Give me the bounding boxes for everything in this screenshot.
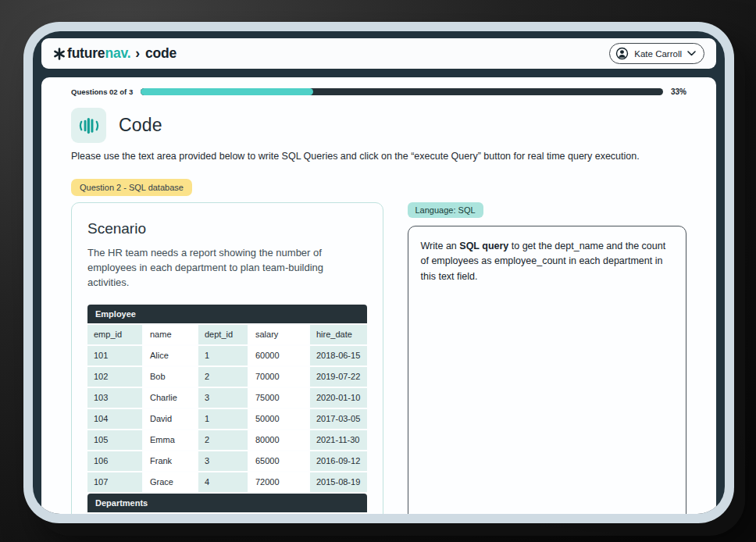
table-row-cell: 3: [198, 451, 248, 471]
table-row-cell: 2015-08-19: [310, 472, 367, 492]
progress-section: Questions 02 of 3 33%: [71, 87, 686, 96]
table-row-cell: 60000: [249, 346, 308, 365]
table-row-cell: Emma: [144, 430, 197, 450]
question-badge: Question 2 - SQL database: [71, 179, 192, 196]
table-row-cell: 1: [198, 409, 248, 429]
brand-prefix: future: [67, 45, 105, 62]
scenario-card: Scenario The HR team needs a report show…: [71, 202, 383, 514]
brand-accent: nav.: [105, 45, 130, 62]
table-row-cell: 3: [198, 388, 248, 408]
table-grid: emp_idnamedept_idsalaryhire_date101Alice…: [87, 325, 367, 492]
table-header-cell: hire_date: [310, 325, 367, 344]
table-row-cell: Frank: [144, 451, 197, 471]
device-frame: futurenav. › code Kate Carroll Quest: [23, 22, 734, 523]
breadcrumb-separator: ›: [135, 45, 140, 62]
content-panel: Questions 02 of 3 33%: [41, 77, 716, 514]
progress-bar-fill: [141, 88, 313, 95]
user-menu-button[interactable]: Kate Carroll: [609, 43, 704, 64]
table-row-cell: 106: [87, 451, 142, 471]
scenario-title: Scenario: [87, 220, 367, 237]
table-row-cell: 104: [87, 409, 142, 429]
table-row-cell: 2021-11-30: [310, 430, 367, 450]
user-name: Kate Carroll: [634, 49, 682, 59]
table-row-cell: 107: [87, 472, 142, 492]
two-column-layout: Scenario The HR team needs a report show…: [71, 202, 686, 514]
chevron-down-icon: [687, 51, 696, 56]
table-row-cell: Grace: [144, 472, 197, 492]
table-row-cell: 1: [198, 346, 248, 365]
table-row-cell: Alice: [144, 346, 197, 365]
table-row-cell: 2016-09-12: [310, 451, 367, 471]
table-title: Departments: [87, 494, 367, 512]
table-row-cell: 102: [87, 367, 142, 387]
table-row-cell: 72000: [249, 472, 308, 492]
app-screen: futurenav. › code Kate Carroll Quest: [33, 31, 725, 514]
table-row-cell: 80000: [249, 430, 308, 450]
table-row-cell: 2020-01-10: [310, 388, 367, 408]
table-header-cell: name: [144, 325, 197, 344]
language-badge: Language: SQL: [408, 202, 483, 218]
page-title: Code: [119, 115, 162, 136]
table-header-cell: salary: [249, 325, 308, 344]
sql-query-textarea[interactable]: Write an SQL query to get the dept_name …: [408, 226, 687, 514]
instruction-text: Please use the text area provided below …: [71, 151, 686, 162]
table-header-cell: emp_id: [87, 325, 142, 344]
brand-product: code: [145, 45, 177, 62]
editor-prompt-prefix: Write an: [421, 241, 460, 251]
table-row-cell: 75000: [249, 388, 308, 408]
table-row-cell: 70000: [249, 367, 308, 387]
editor-prompt-bold: SQL query: [459, 241, 508, 251]
table-row-cell: 50000: [249, 409, 308, 429]
scenario-description: The HR team needs a report showing the n…: [87, 246, 367, 291]
table-row-cell: 103: [87, 388, 142, 408]
table-row-cell: 2018-06-15: [310, 346, 367, 365]
editor-column: Language: SQL Write an SQL query to get …: [408, 202, 687, 514]
asterisk-logo-icon: [53, 48, 66, 60]
top-bar: futurenav. › code Kate Carroll: [41, 38, 716, 69]
table-row-cell: 65000: [249, 451, 308, 471]
table-row-cell: David: [144, 409, 197, 429]
brand-logo: futurenav. › code: [53, 45, 177, 62]
table-row-cell: 101: [87, 346, 142, 365]
progress-bar: [141, 88, 663, 95]
table-header-cell: dept_id: [198, 325, 248, 344]
page-header: Code: [71, 108, 686, 143]
table-row-cell: 2: [198, 430, 248, 450]
table-row-cell: Charlie: [144, 388, 197, 408]
table-row-cell: 2: [198, 367, 248, 387]
code-globe-icon: [71, 108, 106, 143]
table-row-cell: Bob: [144, 367, 197, 387]
progress-percent: 33%: [671, 87, 686, 96]
user-avatar-icon: [615, 47, 629, 60]
departments-table: Departmentsdept_iddept_name1HR: [87, 494, 367, 514]
table-row-cell: 4: [198, 472, 248, 492]
table-title: Employee: [87, 305, 367, 323]
table-row-cell: 2019-07-22: [310, 367, 367, 387]
table-row-cell: 105: [87, 430, 142, 450]
progress-label: Questions 02 of 3: [71, 87, 133, 96]
employee-table: Employeeemp_idnamedept_idsalaryhire_date…: [87, 305, 367, 492]
table-row-cell: 2017-03-05: [310, 409, 367, 429]
